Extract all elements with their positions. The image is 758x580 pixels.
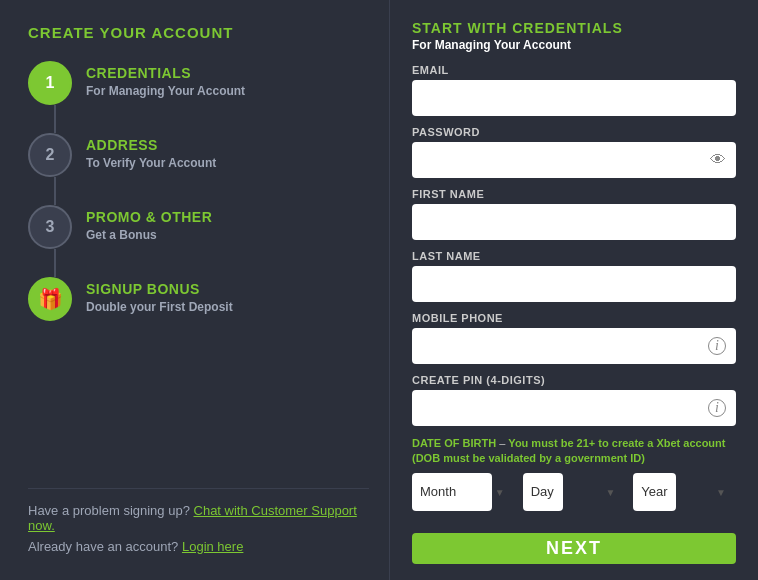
lastname-input[interactable] — [412, 266, 736, 302]
phone-label: MOBILE PHONE — [412, 312, 736, 324]
pin-label: CREATE PIN (4-DIGITS) — [412, 374, 736, 386]
password-group: PASSWORD 👁 — [412, 126, 736, 178]
left-footer: Have a problem signing up? Chat with Cus… — [28, 488, 369, 560]
step-2-label: ADDRESS — [86, 137, 216, 153]
step-1: 1 CREDENTIALS For Managing Your Account — [28, 61, 369, 133]
dob-note: DATE OF BIRTH – You must be 21+ to creat… — [412, 436, 736, 467]
left-panel: CREATE YOUR ACCOUNT 1 CREDENTIALS For Ma… — [0, 0, 390, 580]
password-input-wrapper: 👁 — [412, 142, 736, 178]
phone-input[interactable] — [412, 328, 736, 364]
lastname-input-wrapper — [412, 266, 736, 302]
step-1-circle: 1 — [28, 61, 72, 105]
day-select[interactable]: Day — [523, 473, 563, 511]
firstname-input[interactable] — [412, 204, 736, 240]
info-icon-pin: i — [708, 399, 726, 417]
firstname-label: FIRST NAME — [412, 188, 736, 200]
login-link[interactable]: Login here — [182, 539, 243, 554]
info-icon-phone: i — [708, 337, 726, 355]
step-bonus: 🎁 SIGNUP BONUS Double your First Deposit — [28, 277, 369, 349]
step-3-sublabel: Get a Bonus — [86, 228, 212, 242]
email-input[interactable] — [412, 80, 736, 116]
steps-list: 1 CREDENTIALS For Managing Your Account … — [28, 61, 369, 488]
support-text: Have a problem signing up? Chat with Cus… — [28, 503, 369, 533]
phone-group: MOBILE PHONE i — [412, 312, 736, 364]
step-3-label: PROMO & OTHER — [86, 209, 212, 225]
step-1-label: CREDENTIALS — [86, 65, 245, 81]
password-label: PASSWORD — [412, 126, 736, 138]
dob-group: DATE OF BIRTH – You must be 21+ to creat… — [412, 436, 736, 511]
pin-group: CREATE PIN (4-DIGITS) i — [412, 374, 736, 426]
phone-input-wrapper: i — [412, 328, 736, 364]
year-select-wrapper: Year — [633, 473, 736, 511]
email-label: EMAIL — [412, 64, 736, 76]
day-select-wrapper: Day — [523, 473, 626, 511]
step-bonus-content: SIGNUP BONUS Double your First Deposit — [86, 277, 233, 314]
page-title: CREATE YOUR ACCOUNT — [28, 24, 369, 41]
email-input-wrapper — [412, 80, 736, 116]
step-2: 2 ADDRESS To Verify Your Account — [28, 133, 369, 205]
step-3-content: PROMO & OTHER Get a Bonus — [86, 205, 212, 242]
firstname-group: FIRST NAME — [412, 188, 736, 240]
step-3-circle: 3 — [28, 205, 72, 249]
email-group: EMAIL — [412, 64, 736, 116]
firstname-input-wrapper — [412, 204, 736, 240]
password-input[interactable] — [412, 142, 736, 178]
step-2-sublabel: To Verify Your Account — [86, 156, 216, 170]
step-2-content: ADDRESS To Verify Your Account — [86, 133, 216, 170]
right-subtitle: For Managing Your Account — [412, 38, 736, 52]
dob-row: Month JanuaryFebruaryMarch AprilMayJune … — [412, 473, 736, 511]
step-3: 3 PROMO & OTHER Get a Bonus — [28, 205, 369, 277]
next-button[interactable]: NEXT — [412, 533, 736, 564]
lastname-group: LAST NAME — [412, 250, 736, 302]
lastname-label: LAST NAME — [412, 250, 736, 262]
login-text: Already have an account? Login here — [28, 539, 369, 554]
step-1-sublabel: For Managing Your Account — [86, 84, 245, 98]
right-title: START WITH CREDENTIALS — [412, 20, 736, 36]
year-select[interactable]: Year — [633, 473, 676, 511]
step-1-content: CREDENTIALS For Managing Your Account — [86, 61, 245, 98]
step-bonus-label: SIGNUP BONUS — [86, 281, 233, 297]
eye-icon[interactable]: 👁 — [710, 151, 726, 169]
month-select[interactable]: Month JanuaryFebruaryMarch AprilMayJune … — [412, 473, 492, 511]
step-bonus-circle: 🎁 — [28, 277, 72, 321]
pin-input-wrapper: i — [412, 390, 736, 426]
right-panel: START WITH CREDENTIALS For Managing Your… — [390, 0, 758, 580]
month-select-wrapper: Month JanuaryFebruaryMarch AprilMayJune … — [412, 473, 515, 511]
step-bonus-sublabel: Double your First Deposit — [86, 300, 233, 314]
pin-input[interactable] — [412, 390, 736, 426]
step-2-circle: 2 — [28, 133, 72, 177]
